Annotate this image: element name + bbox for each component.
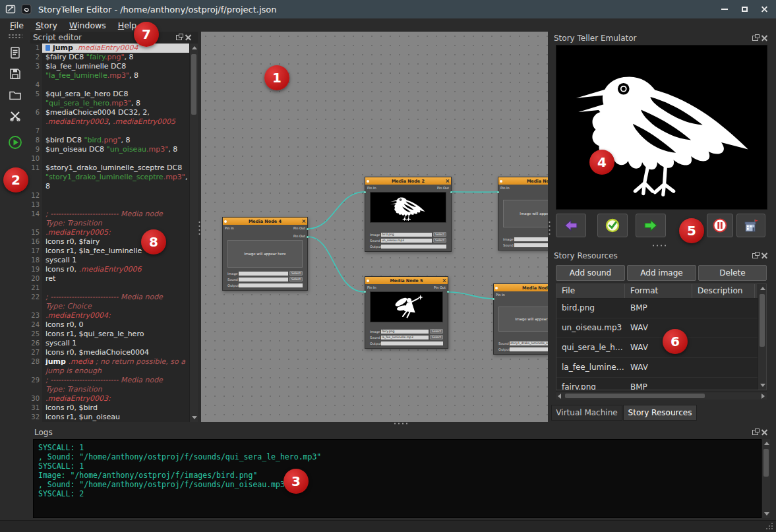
code-line[interactable]: 23.mediaEntry0004: — [30, 311, 189, 320]
float-dock-icon[interactable] — [176, 35, 182, 40]
pin-out-dot[interactable] — [307, 228, 309, 230]
code-line[interactable]: 28jump .media ; no return possible, so a — [30, 357, 189, 367]
code-line[interactable]: 27lcons r0, $mediaChoice0004 — [30, 348, 189, 357]
pin-in[interactable]: Pin In — [500, 186, 510, 190]
tab-story-resources[interactable]: Story Resources — [623, 405, 697, 421]
select-image-button[interactable]: Select — [289, 271, 303, 276]
node-close-icon[interactable] — [442, 279, 446, 283]
bottom-splitter[interactable] — [0, 422, 776, 426]
code-line[interactable]: Type: Transition — [30, 385, 189, 394]
emulator-pause-button[interactable] — [707, 214, 733, 237]
node-sound-field[interactable] — [239, 278, 288, 281]
media-node[interactable]: Media Node 2 Pin In Pin Out Imagebird.pn… — [365, 177, 452, 252]
emulator-forward-button[interactable] — [636, 214, 666, 237]
node-header[interactable]: Media Node 5 — [365, 277, 448, 284]
close-dock-icon[interactable] — [761, 252, 767, 258]
connection-wire[interactable] — [308, 237, 365, 292]
float-dock-icon[interactable] — [752, 253, 758, 258]
code-line[interactable]: 7 — [30, 127, 189, 136]
media-node[interactable]: Media Node 5 Pin In Pin Out Imagefairy.p… — [365, 276, 448, 349]
select-sound-button[interactable]: Select — [433, 238, 446, 243]
code-line[interactable]: .mediaEntry0003, .mediaEntry0005 — [30, 117, 189, 127]
select-image-button[interactable]: Select — [430, 329, 443, 334]
pin-out-dot[interactable] — [307, 236, 309, 238]
menu-story[interactable]: Story — [30, 20, 63, 31]
node-image-field[interactable] — [239, 272, 288, 276]
media-node[interactable]: Media Node 4 Pin In Pin Out Pin Out Imag… — [222, 217, 308, 291]
node-image-field[interactable]: bird.png — [381, 233, 432, 237]
code-line[interactable]: "la_fee_luminelle.mp3", 8 — [30, 71, 189, 80]
node-output-field[interactable] — [510, 347, 548, 351]
tab-virtual-machine[interactable]: Virtual Machine — [551, 405, 622, 421]
close-dock-icon[interactable] — [761, 429, 767, 435]
pin-in[interactable]: Pin In — [225, 226, 234, 230]
code-line[interactable]: Type: Transition — [30, 219, 189, 228]
node-header[interactable]: Media Node 6 — [498, 177, 548, 185]
column-file[interactable]: File — [556, 284, 625, 298]
delete-resource-button[interactable]: Delete — [698, 265, 767, 281]
table-row[interactable]: bird.pngBMP — [556, 299, 766, 318]
pin-out[interactable]: Pin Out — [437, 186, 449, 190]
emulator-home-button[interactable] — [736, 214, 765, 237]
code-line[interactable]: 8$bird DC8 "bird.png", 8 — [30, 136, 189, 145]
code-line[interactable]: 20ret — [30, 274, 189, 283]
code-line[interactable]: 25lcons r1, $qui_sera_le_hero — [30, 330, 189, 339]
code-line[interactable]: 29; -------------------------- Media nod… — [30, 376, 189, 385]
connection-wire[interactable] — [308, 192, 365, 229]
code-line[interactable]: 32lcons r1, $un_oiseau — [30, 413, 189, 422]
code-line[interactable]: 19lcons r0, .mediaEntry0006 — [30, 265, 189, 274]
pin-out[interactable]: Pin Out — [293, 234, 305, 238]
float-dock-icon[interactable] — [752, 430, 758, 435]
node-output-field[interactable] — [381, 341, 443, 345]
node-sound-field[interactable]: la_fee_luminelle.mp3 — [381, 336, 429, 340]
node-header[interactable]: Media Node 2 — [365, 177, 451, 185]
node-close-icon[interactable] — [302, 220, 306, 223]
code-line[interactable]: 18syscall 1 — [30, 256, 189, 265]
toolbar-grip[interactable] — [8, 34, 22, 38]
node-output-field[interactable] — [381, 245, 446, 249]
node-image-field[interactable] — [514, 237, 548, 241]
menu-file[interactable]: File — [4, 20, 30, 31]
code-line[interactable]: jump is enough — [30, 367, 189, 376]
close-button[interactable] — [756, 3, 772, 16]
code-line[interactable]: 2$fairy DC8 "fairy.png", 8 — [30, 53, 189, 62]
close-dock-icon[interactable] — [185, 34, 191, 40]
code-line[interactable]: 6$mediaChoice0004 DC32, 2, — [30, 108, 189, 117]
pin-out-dot[interactable] — [450, 191, 452, 193]
column-description[interactable]: Description — [692, 284, 755, 298]
pin-in[interactable]: Pin In — [496, 293, 505, 297]
code-line[interactable]: 24lcons r0, 0 — [30, 320, 189, 330]
media-node[interactable]: Media Node 6 Pin In Image will appear he… — [498, 177, 548, 251]
code-line[interactable]: 8 — [30, 182, 189, 191]
select-sound-button[interactable]: Select — [430, 335, 443, 340]
code-line[interactable]: Type: Choice — [30, 302, 189, 311]
code-line[interactable]: 21 — [30, 283, 189, 293]
pin-in[interactable]: Pin In — [367, 186, 376, 190]
float-dock-icon[interactable] — [752, 36, 758, 41]
table-row[interactable]: qui_sera_le_hero.mp3WAV — [556, 338, 766, 358]
code-line[interactable]: 5$qui_sera_le_hero DC8 — [30, 90, 189, 99]
code-line[interactable]: "story1_drako_luminelle_sceptre.mp3", — [30, 173, 189, 182]
node-graph-canvas[interactable]: Media Node 4 Pin In Pin Out Pin Out Imag… — [201, 32, 548, 422]
maximize-button[interactable] — [736, 3, 752, 16]
code-line[interactable]: 30.mediaEntry0003: — [30, 394, 189, 403]
code-line[interactable]: 1jump .mediaEntry0004 — [30, 44, 189, 53]
code-line[interactable]: 4 — [30, 80, 189, 90]
menu-windows[interactable]: Windows — [63, 20, 112, 31]
pin-out[interactable]: Pin Out — [293, 226, 305, 230]
close-dock-icon[interactable] — [761, 35, 767, 41]
code-line[interactable]: 15.mediaEntry0005: — [30, 228, 189, 237]
run-story-button[interactable] — [7, 134, 23, 150]
table-vscrollbar[interactable] — [758, 284, 766, 390]
code-line[interactable]: "qui_sera_le_hero.mp3", 8 — [30, 99, 189, 108]
select-image-button[interactable]: Select — [433, 232, 446, 237]
close-project-icon[interactable] — [7, 108, 23, 124]
code-line[interactable]: 17lcons r1, $la_fee_luminelle — [30, 247, 189, 256]
pin-out[interactable]: Pin Out — [434, 285, 446, 289]
table-row[interactable]: la_fee_luminelle.mp3WAV — [556, 358, 766, 378]
titlebar[interactable]: StoryTeller Editor - /home/anthony/ostpr… — [0, 0, 776, 18]
script-editor-vscrollbar[interactable] — [189, 44, 198, 422]
pin-out-dot[interactable] — [447, 291, 449, 293]
emulator-validate-button[interactable] — [597, 214, 628, 237]
code-line[interactable]: 13 — [30, 200, 189, 210]
